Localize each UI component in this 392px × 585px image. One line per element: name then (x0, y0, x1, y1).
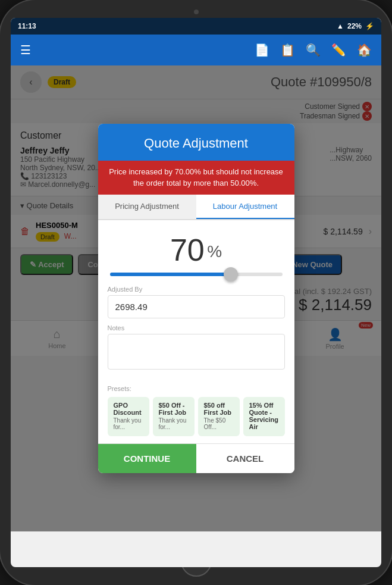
nav-icons: 📄 📋 🔍 ✏️ 🏠 (255, 43, 372, 57)
preset-15-off[interactable]: 15% Off Quote - Servicing Air (243, 397, 285, 436)
battery-icon: 22% (347, 22, 362, 30)
slider-fill (110, 273, 231, 276)
edit-icon[interactable]: ✏️ (331, 43, 346, 57)
modal-title: Quote Adjustment (108, 136, 285, 151)
preset-15-name: 15% Off Quote - Servicing Air (249, 402, 279, 430)
modal-cancel-button[interactable]: CANCEL (196, 444, 294, 473)
tablet-camera (194, 10, 199, 14)
preset-gpo-desc: Thank you for... (114, 417, 143, 430)
home-nav-icon[interactable]: 🏠 (357, 43, 372, 57)
preset-gpo-discount[interactable]: GPO Discount Thank you for... (108, 397, 149, 436)
modal-warning: Price increased by 70.00% but should not… (98, 161, 294, 194)
presets-grid: GPO Discount Thank you for... $50 Off - … (108, 397, 285, 436)
preset-50-off-name: $50 off First Job (204, 402, 234, 416)
modal-tabs: Pricing Adjustment Labour Adjustment (98, 195, 294, 220)
slider-track (110, 273, 283, 276)
preset-gpo-name: GPO Discount (114, 402, 143, 416)
modal-fields: Adjusted By Notes (98, 286, 294, 385)
adjusted-by-input[interactable] (108, 295, 285, 318)
presets-label: Presets: (108, 385, 285, 392)
modal-warning-text: Price increased by 70.00% but should not… (108, 167, 285, 188)
document-icon[interactable]: 📄 (255, 43, 269, 57)
preset-50-first-job[interactable]: $50 Off - First Job Thank you for... (153, 397, 195, 436)
preset-50-off-desc: The $50 Off... (204, 417, 234, 430)
search-icon[interactable]: 🔍 (306, 43, 321, 57)
preset-50-off-first[interactable]: $50 off First Job The $50 Off... (198, 397, 240, 436)
percentage-display: 70 % (98, 220, 294, 273)
status-time: 11:13 (18, 22, 36, 30)
main-content: ‹ Draft Quote #109950/8 Customer Signed … (11, 65, 381, 531)
tablet-screen: 11:13 ▲ 22% ⚡ ☰ 📄 📋 🔍 ✏️ 🏠 ‹ (11, 18, 381, 567)
quote-adjustment-modal: Quote Adjustment Price increased by 70.0… (98, 124, 294, 473)
status-bar: 11:13 ▲ 22% ⚡ (11, 18, 381, 35)
notes-textarea[interactable] (108, 334, 285, 370)
slider-thumb[interactable] (224, 267, 238, 281)
battery-plug-icon: ⚡ (365, 22, 374, 30)
wifi-icon: ▲ (337, 22, 344, 30)
presets-section: Presets: GPO Discount Thank you for... $… (98, 385, 294, 443)
tab-pricing-adjustment[interactable]: Pricing Adjustment (98, 195, 196, 219)
top-nav: ☰ 📄 📋 🔍 ✏️ 🏠 (11, 35, 381, 65)
notes-label: Notes (108, 324, 285, 331)
modal-overlay: Quote Adjustment Price increased by 70.0… (11, 65, 381, 531)
percentage-value: 70 (170, 233, 205, 267)
modal-header: Quote Adjustment (98, 124, 294, 161)
slider-container[interactable] (98, 273, 294, 286)
percentage-symbol: % (207, 242, 222, 260)
hamburger-icon[interactable]: ☰ (20, 43, 31, 57)
preset-50-name: $50 Off - First Job (159, 402, 189, 416)
clipboard-icon[interactable]: 📋 (280, 43, 295, 57)
tablet-frame: 11:13 ▲ 22% ⚡ ☰ 📄 📋 🔍 ✏️ 🏠 ‹ (0, 0, 392, 585)
modal-footer: CONTINUE CANCEL (98, 443, 294, 473)
continue-button[interactable]: CONTINUE (98, 444, 196, 473)
adjusted-by-label: Adjusted By (108, 286, 285, 293)
preset-50-desc: Thank you for... (159, 417, 189, 430)
tab-labour-adjustment[interactable]: Labour Adjustment (196, 195, 294, 219)
